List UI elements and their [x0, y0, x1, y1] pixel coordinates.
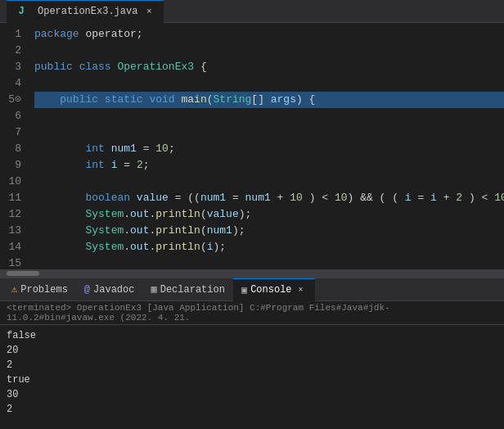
- console-line-2: 20: [7, 343, 497, 358]
- javadoc-icon: @: [84, 284, 90, 296]
- console-output[interactable]: false 20 2 true 30 2: [0, 325, 504, 429]
- declaration-icon: ▦: [151, 283, 156, 296]
- tab-label: OperationEx3.java: [38, 6, 137, 17]
- horizontal-scrollbar[interactable]: [0, 269, 504, 278]
- tab-javadoc[interactable]: @ Javadoc: [76, 278, 143, 301]
- editor-tab[interactable]: J OperationEx3.java ×: [7, 0, 164, 23]
- console-line-3: 2: [7, 358, 497, 373]
- console-status: <terminated> OperationEx3 [Java Applicat…: [0, 301, 504, 325]
- panel-tabs: ⚠ Problems @ Javadoc ▦ Declaration ▣ Con…: [0, 278, 504, 301]
- title-bar: J OperationEx3.java ×: [0, 0, 504, 23]
- console-line-5: 30: [7, 387, 497, 402]
- declaration-label: Declaration: [160, 284, 225, 296]
- bottom-panel: ⚠ Problems @ Javadoc ▦ Declaration ▣ Con…: [0, 278, 504, 429]
- console-close-button[interactable]: ×: [295, 284, 307, 296]
- scrollbar-thumb[interactable]: [7, 271, 39, 276]
- javadoc-label: Javadoc: [93, 284, 134, 296]
- tab-problems[interactable]: ⚠ Problems: [3, 278, 76, 301]
- line-numbers: 1 2 3 4 5⊙ 6 7 8 9 10 11 12 13 14 15 16 …: [0, 23, 28, 269]
- tab-close-button[interactable]: ×: [142, 5, 155, 18]
- console-icon: ▣: [241, 284, 247, 296]
- problems-label: Problems: [20, 284, 68, 296]
- console-line-1: false: [7, 328, 497, 343]
- code-container[interactable]: 1 2 3 4 5⊙ 6 7 8 9 10 11 12 13 14 15 16 …: [0, 23, 504, 269]
- console-label: Console: [250, 284, 291, 296]
- tab-console[interactable]: ▣ Console ×: [233, 278, 315, 301]
- editor-area: 1 2 3 4 5⊙ 6 7 8 9 10 11 12 13 14 15 16 …: [0, 23, 504, 278]
- java-file-icon: J: [15, 5, 28, 18]
- tab-declaration[interactable]: ▦ Declaration: [142, 278, 232, 301]
- code-content[interactable]: package operator; public class Operation…: [28, 23, 504, 269]
- problems-icon: ⚠: [11, 283, 17, 296]
- console-line-6: 2: [7, 402, 497, 417]
- console-line-4: true: [7, 373, 497, 387]
